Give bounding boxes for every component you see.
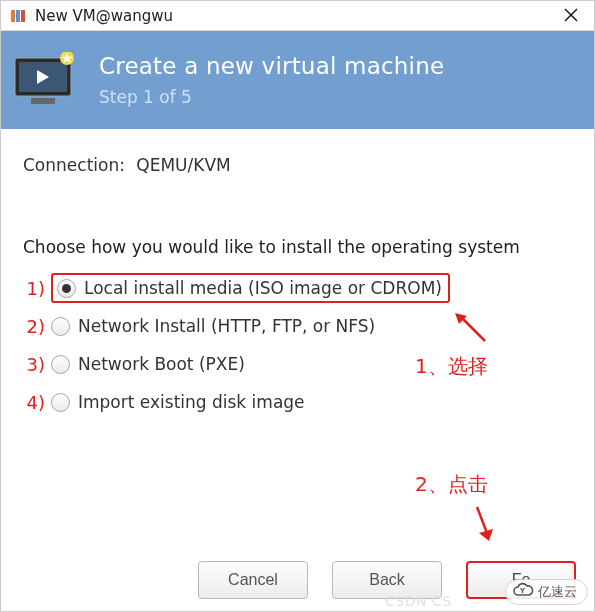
svg-rect-0 — [11, 10, 15, 22]
faint-watermark: CSDN CS — [385, 593, 452, 609]
svg-rect-8 — [31, 98, 55, 104]
banner-text: Create a new virtual machine Step 1 of 5 — [99, 53, 444, 107]
connection-value: QEMU/KVM — [136, 155, 230, 175]
radio-import-disk[interactable] — [51, 393, 70, 412]
annotation-number: 3) — [23, 354, 45, 375]
option-row-local-media: 1) Local install media (ISO image or CDR… — [23, 275, 572, 301]
wizard-banner: Create a new virtual machine Step 1 of 5 — [1, 31, 594, 129]
connection-row: Connection: QEMU/KVM — [23, 155, 572, 175]
option-highlight: Local install media (ISO image or CDROM) — [51, 273, 450, 303]
annotation-click: 2、点击 — [415, 471, 488, 498]
annotation-select: 1、选择 — [415, 353, 488, 380]
svg-line-11 — [461, 317, 485, 341]
wizard-step: Step 1 of 5 — [99, 87, 444, 107]
option-label: Local install media (ISO image or CDROM) — [84, 278, 442, 298]
radio-local-media[interactable] — [57, 279, 76, 298]
cancel-button[interactable]: Cancel — [198, 561, 308, 599]
annotation-arrow-icon — [455, 313, 491, 347]
cloud-icon: Y — [512, 582, 534, 602]
option-label: Network Install (HTTP, FTP, or NFS) — [78, 316, 375, 336]
connection-label: Connection: — [23, 155, 125, 175]
wizard-heading: Create a new virtual machine — [99, 53, 444, 79]
watermark-text: 亿速云 — [538, 583, 577, 601]
close-icon[interactable] — [558, 3, 584, 28]
option-label: Network Boot (PXE) — [78, 354, 245, 374]
annotation-number: 2) — [23, 316, 45, 337]
annotation-arrow-icon — [467, 505, 497, 545]
wizard-content: Connection: QEMU/KVM Choose how you woul… — [1, 129, 594, 611]
install-prompt: Choose how you would like to install the… — [23, 237, 572, 257]
annotation-number: 1) — [23, 278, 45, 299]
svg-text:Y: Y — [519, 587, 526, 595]
titlebar: New VM@wangwu — [1, 1, 594, 31]
option-label: Import existing disk image — [78, 392, 305, 412]
dialog-window: New VM@wangwu Create a new virtual machi… — [0, 0, 595, 612]
svg-rect-1 — [16, 10, 20, 22]
radio-network-boot[interactable] — [51, 355, 70, 374]
vm-monitor-icon — [13, 52, 77, 108]
annotation-number: 4) — [23, 392, 45, 413]
radio-network-install[interactable] — [51, 317, 70, 336]
option-row-network-boot: 3) Network Boot (PXE) — [23, 351, 572, 377]
svg-rect-2 — [21, 10, 25, 22]
watermark-badge: Y 亿速云 — [505, 579, 588, 605]
app-icon — [11, 9, 29, 23]
window-title: New VM@wangwu — [35, 7, 558, 25]
svg-line-13 — [477, 507, 487, 533]
option-row-import-disk: 4) Import existing disk image — [23, 389, 572, 415]
